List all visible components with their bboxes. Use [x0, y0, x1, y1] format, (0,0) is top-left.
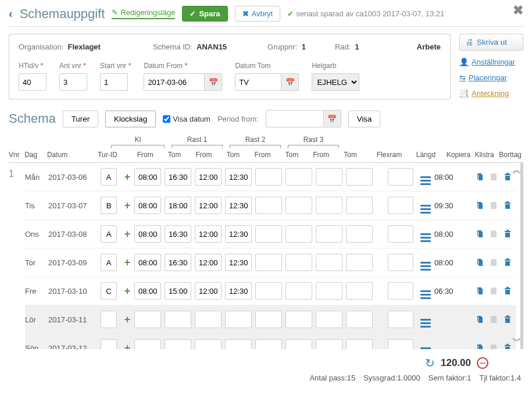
- paste-icon[interactable]: [489, 315, 498, 324]
- tur-input[interactable]: [101, 225, 117, 243]
- paste-icon[interactable]: [489, 201, 498, 210]
- r2-from-input[interactable]: [255, 168, 282, 186]
- r3-from-input[interactable]: [316, 168, 342, 186]
- r3-from-input[interactable]: [316, 254, 342, 271]
- r2-tom-input[interactable]: [285, 282, 312, 300]
- delete-icon[interactable]: [503, 315, 512, 324]
- tur-input[interactable]: [101, 339, 117, 349]
- save-button[interactable]: ✓ Spara: [182, 6, 227, 22]
- scroll-down-icon[interactable]: ︾: [512, 336, 522, 348]
- kl-tom-input[interactable]: [165, 282, 191, 300]
- r3-from-input[interactable]: [316, 225, 342, 243]
- paste-icon[interactable]: [489, 286, 498, 296]
- r3-from-input[interactable]: [316, 311, 342, 328]
- menu-icon[interactable]: [417, 340, 434, 349]
- tur-input[interactable]: [101, 254, 117, 271]
- menu-icon[interactable]: [417, 254, 434, 271]
- kl-from-input[interactable]: [134, 282, 161, 300]
- r1-from-input[interactable]: [195, 282, 222, 300]
- r1-tom-input[interactable]: [225, 225, 252, 243]
- r3-from-input[interactable]: [316, 197, 342, 214]
- r2-from-input[interactable]: [255, 311, 282, 328]
- flexram-input[interactable]: [388, 282, 413, 300]
- menu-icon[interactable]: [417, 283, 434, 299]
- r1-from-input[interactable]: [195, 254, 222, 271]
- menu-icon[interactable]: [417, 197, 434, 214]
- r1-from-input[interactable]: [195, 168, 222, 186]
- back-icon[interactable]: ‹: [9, 7, 13, 20]
- tab-turer[interactable]: Turer: [63, 111, 98, 127]
- add-icon[interactable]: +: [120, 285, 134, 297]
- paste-icon[interactable]: [489, 172, 498, 182]
- r2-from-input[interactable]: [255, 254, 282, 271]
- copy-icon[interactable]: [475, 258, 484, 267]
- add-icon[interactable]: +: [120, 228, 134, 240]
- r1-tom-input[interactable]: [225, 282, 252, 300]
- r2-from-input[interactable]: [255, 282, 282, 300]
- kl-from-input[interactable]: [134, 339, 161, 349]
- helgarb-select[interactable]: EJHELG: [312, 73, 359, 91]
- anteckning-link[interactable]: 📑 Anteckning: [459, 89, 523, 98]
- r2-tom-input[interactable]: [285, 254, 312, 271]
- delete-icon[interactable]: [503, 172, 512, 182]
- anstallningar-link[interactable]: 👤 Anställningar: [459, 58, 523, 66]
- delete-icon[interactable]: [503, 286, 512, 296]
- paste-icon[interactable]: [489, 343, 498, 349]
- r2-tom-input[interactable]: [285, 197, 312, 214]
- placeringar-link[interactable]: ⇆ Placeringar: [459, 73, 523, 82]
- kl-tom-input[interactable]: [165, 225, 191, 243]
- kl-tom-input[interactable]: [165, 339, 191, 349]
- r1-tom-input[interactable]: [225, 311, 252, 328]
- r1-tom-input[interactable]: [225, 168, 252, 186]
- r2-tom-input[interactable]: [285, 168, 312, 186]
- print-button[interactable]: 🖨 Skriva ut: [459, 34, 523, 51]
- r3-tom-input[interactable]: [346, 339, 373, 349]
- kl-from-input[interactable]: [134, 311, 161, 328]
- refresh-icon[interactable]: ↻: [425, 356, 435, 370]
- copy-icon[interactable]: [475, 343, 484, 349]
- add-icon[interactable]: +: [120, 314, 134, 326]
- close-icon[interactable]: ✖: [513, 3, 523, 18]
- tur-input[interactable]: [101, 282, 117, 300]
- flexram-input[interactable]: [388, 225, 413, 243]
- menu-icon[interactable]: [417, 226, 434, 242]
- r2-tom-input[interactable]: [285, 339, 312, 349]
- visa-button[interactable]: Visa: [348, 111, 381, 127]
- datum-tom-input[interactable]: [235, 73, 281, 91]
- datum-from-input[interactable]: [144, 73, 205, 91]
- r3-tom-input[interactable]: [346, 197, 373, 214]
- r3-from-input[interactable]: [316, 282, 342, 300]
- startvnr-input[interactable]: [100, 73, 128, 91]
- delete-icon[interactable]: [503, 201, 512, 210]
- r1-from-input[interactable]: [195, 197, 222, 214]
- r3-tom-input[interactable]: [346, 225, 373, 243]
- tab-klockslag[interactable]: Klockslag: [105, 111, 156, 127]
- r2-from-input[interactable]: [255, 225, 282, 243]
- calendar-icon[interactable]: 📅: [324, 110, 341, 127]
- kl-tom-input[interactable]: [165, 197, 191, 214]
- kl-from-input[interactable]: [134, 225, 161, 243]
- antvnr-input[interactable]: [59, 73, 87, 91]
- copy-icon[interactable]: [475, 172, 484, 182]
- calendar-icon[interactable]: 📅: [205, 73, 222, 91]
- r2-from-input[interactable]: [255, 197, 282, 214]
- tur-input[interactable]: [101, 197, 117, 214]
- r3-tom-input[interactable]: [346, 254, 373, 271]
- r1-from-input[interactable]: [195, 311, 222, 328]
- flexram-input[interactable]: [388, 339, 413, 349]
- r1-tom-input[interactable]: [225, 254, 252, 271]
- kl-from-input[interactable]: [134, 197, 161, 214]
- delete-icon[interactable]: [503, 229, 512, 239]
- r1-tom-input[interactable]: [225, 339, 252, 349]
- r3-tom-input[interactable]: [346, 168, 373, 186]
- copy-icon[interactable]: [475, 286, 484, 296]
- copy-icon[interactable]: [475, 229, 484, 239]
- flexram-input[interactable]: [388, 254, 413, 271]
- kl-from-input[interactable]: [134, 168, 161, 186]
- r2-from-input[interactable]: [255, 339, 282, 349]
- add-icon[interactable]: +: [120, 171, 134, 183]
- r2-tom-input[interactable]: [285, 225, 312, 243]
- scroll-up-icon[interactable]: ︽: [512, 164, 522, 176]
- htid-input[interactable]: [19, 73, 47, 91]
- add-icon[interactable]: +: [120, 257, 134, 269]
